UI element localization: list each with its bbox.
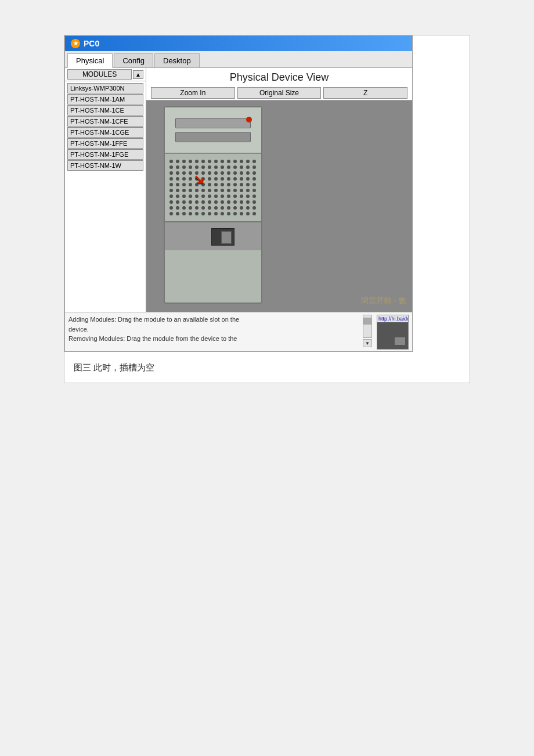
caption: 图三 此时，插槽为空 xyxy=(64,352,470,383)
vent-dot xyxy=(233,160,237,163)
device-visual: ➔ 閑雲野鶴・數 xyxy=(146,100,412,312)
vent-dot xyxy=(208,200,211,204)
vent-dot xyxy=(240,189,243,192)
pc-tower: ➔ xyxy=(164,106,262,304)
vent-dot xyxy=(176,206,179,210)
tab-config[interactable]: Config xyxy=(114,53,153,67)
vent-dot xyxy=(246,212,250,215)
vent-dot xyxy=(201,160,205,163)
tab-desktop[interactable]: Desktop xyxy=(154,53,200,67)
vent-dot xyxy=(221,183,224,186)
vent-dot xyxy=(201,206,205,210)
zoom-in-button[interactable]: Zoom In xyxy=(151,87,235,99)
app-window: ★ PC0 Physical Config Desktop MODULES ▲ xyxy=(64,35,413,352)
vent-dot xyxy=(252,160,256,163)
vent-dot xyxy=(214,189,218,192)
vent-dot xyxy=(176,160,179,163)
tab-physical[interactable]: Physical xyxy=(67,53,113,68)
vent-dot xyxy=(201,165,205,169)
instruction-line-2: device. xyxy=(68,325,358,334)
port-connector xyxy=(221,231,232,244)
vent-dot xyxy=(221,212,224,215)
module-list[interactable]: Linksys-WMP300N PT-HOST-NM-1AM PT-HOST-N… xyxy=(65,81,146,312)
power-led xyxy=(246,117,252,123)
vent-dot xyxy=(208,206,211,210)
vent-dot xyxy=(246,183,250,186)
modules-header: MODULES ▲ xyxy=(65,68,146,81)
vent-dot xyxy=(221,200,224,204)
vent-dot xyxy=(176,212,179,215)
vent-dot xyxy=(240,206,243,210)
vent-dot xyxy=(189,200,192,204)
vent-dot xyxy=(201,189,205,192)
module-item[interactable]: PT-HOST-NM-1CGE xyxy=(67,127,143,138)
vent-dot xyxy=(214,177,218,181)
vent-dot xyxy=(240,212,243,215)
module-item[interactable]: Linksys-WMP300N xyxy=(67,83,143,93)
instruction-line-3: Removing Modules: Drag the module from t… xyxy=(68,334,358,344)
vent-dot xyxy=(240,177,243,181)
drive-bay-2 xyxy=(175,132,251,142)
vent-dot xyxy=(169,206,173,210)
module-item[interactable]: PT-HOST-NM-1CFE xyxy=(67,116,143,127)
thumb-port xyxy=(394,337,406,345)
module-item[interactable]: PT-HOST-NM-1CE xyxy=(67,105,143,116)
scroll-down-button[interactable]: ▼ xyxy=(363,339,372,347)
vent-dot xyxy=(233,183,237,186)
vent-dot xyxy=(201,212,205,215)
drive-bay-1 xyxy=(175,118,251,128)
vent-dot xyxy=(176,171,179,175)
vent-dot xyxy=(208,183,211,186)
vent-dot xyxy=(214,195,218,198)
vent-dot xyxy=(233,206,237,210)
pc-top-section xyxy=(165,107,261,154)
vent-dot xyxy=(221,189,224,192)
vent-dot xyxy=(189,160,192,163)
vent-dot xyxy=(169,183,173,186)
vent-dot xyxy=(233,177,237,181)
scroll-up-button[interactable]: ▲ xyxy=(133,70,143,79)
vent-dot xyxy=(246,177,250,181)
vent-dot xyxy=(208,165,211,169)
vent-dot xyxy=(208,212,211,215)
vent-dot xyxy=(221,165,224,169)
left-panel: MODULES ▲ Linksys-WMP300N PT-HOST-NM-1AM… xyxy=(65,68,146,312)
zoom-out-button[interactable]: Z xyxy=(323,87,407,99)
vent-dot xyxy=(201,200,205,204)
bottom-bar: Adding Modules: Drag the module to an av… xyxy=(65,312,412,351)
module-item[interactable]: PT-HOST-NM-1FGE xyxy=(67,149,143,160)
vent-dot xyxy=(169,195,173,198)
vent-dot xyxy=(208,160,211,163)
vent-dot xyxy=(252,177,256,181)
vent-dot xyxy=(246,206,250,210)
vent-dot xyxy=(246,160,250,163)
vent-dot xyxy=(214,165,218,169)
vent-dot xyxy=(227,171,230,175)
vent-dot xyxy=(176,165,179,169)
vent-dot xyxy=(182,183,186,186)
vent-dot xyxy=(233,189,237,192)
vent-section: ➔ xyxy=(165,154,261,221)
module-item[interactable]: PT-HOST-NM-1AM xyxy=(67,94,143,105)
vent-dot xyxy=(227,195,230,198)
vent-dot xyxy=(182,195,186,198)
vent-dot xyxy=(227,206,230,210)
vent-dot xyxy=(169,177,173,181)
vent-dot xyxy=(182,212,186,215)
scroll-controls: ▼ xyxy=(363,315,372,347)
vent-dot xyxy=(233,200,237,204)
vent-dot xyxy=(176,177,179,181)
vent-dot xyxy=(240,171,243,175)
vent-dot xyxy=(233,165,237,169)
vent-dot xyxy=(214,212,218,215)
vent-dot xyxy=(176,189,179,192)
instruction-line-1: Adding Modules: Drag the module to an av… xyxy=(68,315,358,325)
scroll-track[interactable] xyxy=(363,315,372,338)
vent-dot xyxy=(246,171,250,175)
module-item[interactable]: PT-HOST-NM-1W xyxy=(67,160,143,171)
vent-dot xyxy=(252,171,256,175)
vent-dot xyxy=(182,200,186,204)
original-size-button[interactable]: Original Size xyxy=(237,87,322,99)
module-item[interactable]: PT-HOST-NM-1FFE xyxy=(67,138,143,149)
vent-dot xyxy=(233,212,237,215)
